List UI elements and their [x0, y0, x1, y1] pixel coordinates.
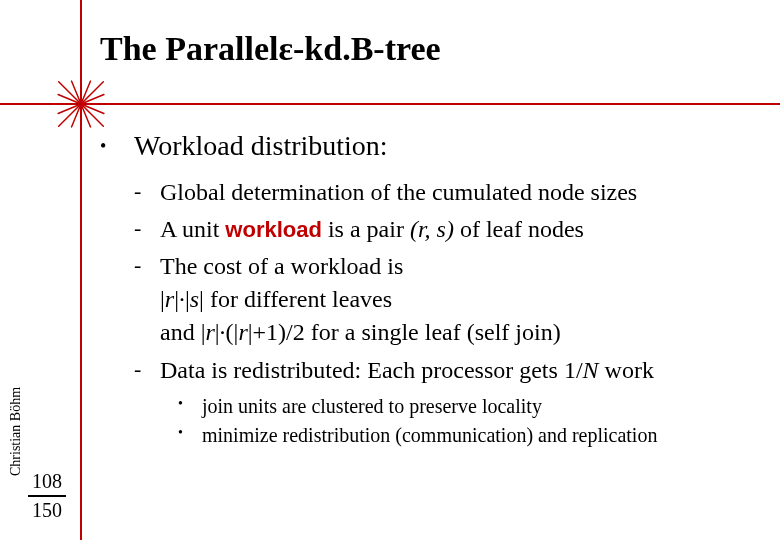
dash-icon: - [134, 176, 160, 206]
dash-icon: - [134, 354, 160, 384]
item-text: The cost of a workload is |r|·|s| for di… [160, 250, 561, 349]
text-part: |·| [174, 286, 190, 312]
content-area: • Workload distribution: - Global determ… [100, 130, 760, 451]
title-pre: The Parallel [100, 30, 278, 68]
author-label: Christian Böhm [8, 387, 24, 476]
list-item: • minimize redistribution (communication… [178, 422, 760, 449]
bullet-dot-icon: • [100, 130, 134, 157]
title-epsilon: ε [278, 30, 293, 68]
text-part: Data is redistributed: Each processor ge… [160, 357, 583, 383]
item-text: join units are clustered to preserve loc… [202, 393, 542, 420]
text-part: is a pair [322, 216, 410, 242]
pair-rs: (r, s) [410, 216, 454, 242]
dash-icon: - [134, 213, 160, 243]
item-text: Data is redistributed: Each processor ge… [160, 354, 654, 387]
list-item: - The cost of a workload is |r|·|s| for … [134, 250, 760, 349]
var-n: N [583, 357, 599, 383]
item-text: minimize redistribution (communication) … [202, 422, 657, 449]
item-text: A unit workload is a pair (r, s) of leaf… [160, 213, 584, 246]
level3-list: • join units are clustered to preserve l… [178, 393, 760, 449]
var-r: r [165, 286, 174, 312]
bullet-text: Workload distribution: [134, 130, 388, 162]
text-part: of leaf nodes [454, 216, 584, 242]
page-number: 108 150 [28, 470, 66, 522]
page-current: 108 [28, 470, 66, 493]
list-item: • join units are clustered to preserve l… [178, 393, 760, 420]
horizontal-rule [0, 103, 780, 105]
list-item: - Global determination of the cumulated … [134, 176, 760, 209]
dot-icon: • [178, 422, 202, 441]
page-total: 150 [28, 499, 66, 522]
title-post: -kd.B-tree [293, 30, 441, 68]
list-item: - A unit workload is a pair (r, s) of le… [134, 213, 760, 246]
text-part: and | [160, 319, 205, 345]
var-s: s [190, 286, 199, 312]
text-part: | for different leaves [199, 286, 392, 312]
slide: The Parallel ε -kd.B-tree • Workload dis… [0, 0, 780, 540]
list-item: - Data is redistributed: Each processor … [134, 354, 760, 387]
item-text: Global determination of the cumulated no… [160, 176, 637, 209]
slide-title: The Parallel ε -kd.B-tree [100, 30, 441, 68]
text-part: A unit [160, 216, 225, 242]
vertical-rule [80, 0, 82, 540]
dot-icon: • [178, 393, 202, 412]
text-line: The cost of a workload is [160, 253, 403, 279]
bullet-level1: • Workload distribution: [100, 130, 760, 162]
page-separator [28, 495, 66, 497]
var-r: r [205, 319, 214, 345]
workload-highlight: workload [225, 217, 322, 242]
dash-icon: - [134, 250, 160, 280]
var-r: r [238, 319, 247, 345]
level2-list: - Global determination of the cumulated … [134, 176, 760, 387]
text-part: |·(| [215, 319, 239, 345]
text-part: work [599, 357, 654, 383]
text-part: |+1)/2 for a single leaf (self join) [248, 319, 561, 345]
